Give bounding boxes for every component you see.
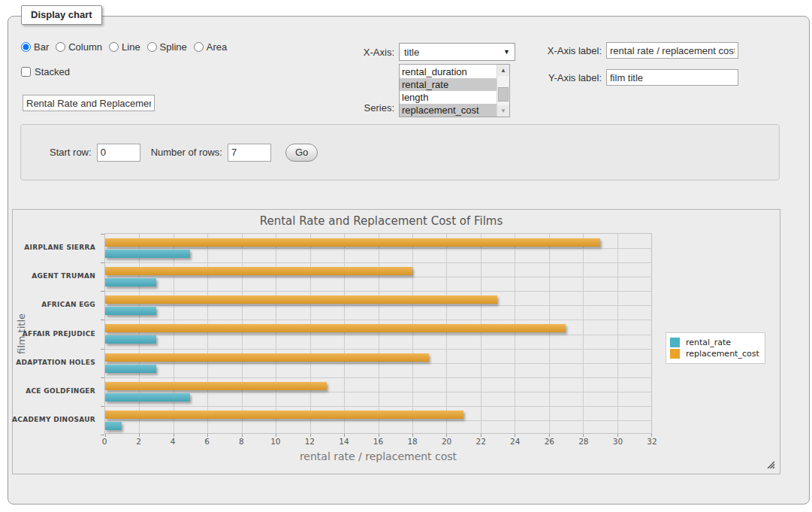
series-options: rental_duration rental_rate length repla… <box>400 65 497 117</box>
x-tick-label: 18 <box>407 437 417 446</box>
x-axis-label-field-label: X-Axis label: <box>526 45 602 56</box>
y-tick-label: ACADEMY DINOSAUR <box>12 416 95 423</box>
x-tick-label: 6 <box>204 437 210 446</box>
chart-type-column-radio[interactable] <box>56 42 65 52</box>
grid-line <box>139 234 140 433</box>
legend-label: replacement_cost <box>686 349 759 359</box>
x-axis-title: rental rate / replacement cost <box>104 450 652 462</box>
x-axis-label-input[interactable] <box>606 42 738 59</box>
x-tick-label: 28 <box>578 437 588 446</box>
y-axis-labels: AIRPLANE SIERRAAGENT TRUMANAFRICAN EGGAF… <box>20 233 100 434</box>
grid-line <box>105 363 651 364</box>
num-rows-input[interactable] <box>228 144 271 162</box>
series-option-length[interactable]: length <box>400 91 497 104</box>
y-tick-label: ACE GOLDFINGER <box>26 387 95 395</box>
tick-mark <box>101 349 104 350</box>
grid-line <box>515 234 515 433</box>
bar-replacement_cost <box>105 411 463 419</box>
grid-line <box>105 305 651 306</box>
chart-type-spline[interactable]: Spline <box>147 41 187 53</box>
chart-type-bar-radio[interactable] <box>21 42 31 52</box>
chart-type-area[interactable]: Area <box>194 41 227 53</box>
chart-type-area-radio[interactable] <box>194 42 204 52</box>
y-axis-label-input[interactable] <box>606 69 738 86</box>
chart-type-area-label: Area <box>207 41 227 53</box>
grid-line <box>549 234 550 433</box>
stacked-option[interactable]: Stacked <box>21 66 70 77</box>
chart-type-bar-label: Bar <box>34 41 49 53</box>
chart-type-column-label: Column <box>68 41 102 53</box>
bar-rental_rate <box>105 422 122 430</box>
start-row-input[interactable] <box>97 144 140 162</box>
chart-type-bar[interactable]: Bar <box>21 41 49 53</box>
fieldset-legend: Display chart <box>21 5 102 25</box>
bar-rental_rate <box>105 278 156 286</box>
tick-mark <box>101 320 104 320</box>
scrollbar-up-icon[interactable]: ▲ <box>497 65 509 76</box>
stacked-checkbox[interactable] <box>21 67 31 77</box>
scrollbar-down-icon[interactable]: ▼ <box>497 105 509 117</box>
legend-item: replacement_cost <box>670 349 759 359</box>
chart-type-spline-label: Spline <box>160 41 187 53</box>
grid-line <box>174 234 174 433</box>
bar-rental_rate <box>105 307 156 315</box>
x-axis-select[interactable]: title ▼ <box>399 43 515 61</box>
x-tick-label: 22 <box>476 437 486 446</box>
grid-line <box>242 234 243 433</box>
grid-line <box>207 234 208 433</box>
x-tick-label: 14 <box>339 437 349 446</box>
x-tick-label: 26 <box>545 437 554 446</box>
chart-type-line[interactable]: Line <box>109 41 140 53</box>
grid-line <box>105 262 651 263</box>
grid-line <box>276 234 276 433</box>
dropdown-arrow-icon: ▼ <box>503 48 510 56</box>
grid-line <box>105 248 651 249</box>
page: Display chart Bar Column Line Spline Are… <box>0 0 812 512</box>
bar-replacement_cost <box>105 267 412 275</box>
bar-replacement_cost <box>105 295 497 304</box>
grid-line <box>310 234 311 433</box>
grid-line <box>105 335 651 335</box>
chart-title-input[interactable] <box>23 95 155 111</box>
y-tick-label: AFFAIR PREJUDICE <box>23 330 95 338</box>
grid-line <box>105 392 651 392</box>
chart-type-spline-radio[interactable] <box>147 42 157 52</box>
grid-line <box>481 234 481 433</box>
series-option-rental-duration[interactable]: rental_duration <box>400 65 497 78</box>
resize-handle-icon[interactable] <box>767 461 775 469</box>
tick-mark <box>101 406 104 407</box>
x-axis-selected-value: title <box>404 47 503 58</box>
y-tick-label: ADAPTATION HOLES <box>16 359 95 366</box>
bar-rental_rate <box>105 365 156 373</box>
series-listbox[interactable]: rental_duration rental_rate length repla… <box>399 64 510 117</box>
grid-line <box>583 234 584 433</box>
bar-rental_rate <box>105 393 190 401</box>
num-rows-label: Number of rows: <box>151 147 222 158</box>
grid-line <box>344 234 345 433</box>
series-scrollbar[interactable]: ▲ ▼ <box>497 65 509 117</box>
tick-mark <box>101 435 104 435</box>
series-field-label: Series: <box>323 102 394 114</box>
stacked-label: Stacked <box>35 66 70 77</box>
chart-type-line-radio[interactable] <box>109 42 119 52</box>
plot-area <box>104 233 652 434</box>
x-tick-label: 24 <box>510 437 520 446</box>
bar-replacement_cost <box>105 353 429 362</box>
y-axis-label-field-label: Y-Axis label: <box>526 72 602 83</box>
tick-mark <box>101 377 104 378</box>
chart-container: Rental Rate and Replacement Cost of Film… <box>12 209 780 474</box>
scrollbar-thumb[interactable] <box>498 87 509 101</box>
legend-item: rental_rate <box>670 338 759 347</box>
go-button[interactable]: Go <box>285 144 318 162</box>
legend-swatch <box>670 338 680 347</box>
x-axis-ticks: 02468101214161820222426283032 <box>104 437 652 447</box>
series-option-rental-rate[interactable]: rental_rate <box>400 78 497 91</box>
legend-box: rental_ratereplacement_cost <box>666 332 765 364</box>
grid-line <box>105 377 651 378</box>
series-option-replacement-cost[interactable]: replacement_cost <box>400 104 497 117</box>
chart-type-column[interactable]: Column <box>56 41 102 53</box>
chart-type-line-label: Line <box>122 41 140 53</box>
y-tick-label: AFRICAN EGG <box>41 301 95 308</box>
x-tick-label: 12 <box>305 437 315 446</box>
tick-mark <box>101 291 104 292</box>
